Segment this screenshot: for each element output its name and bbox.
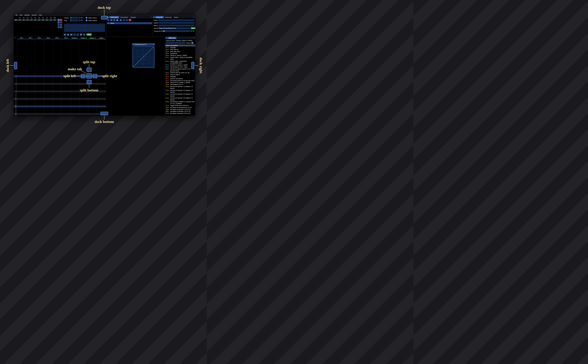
pattern-expand-button[interactable]: ++ <box>14 37 16 39</box>
pattern-cell[interactable]: ··· ·· ·· ··· <box>44 83 53 85</box>
pattern-cell[interactable]: ··· ·· ·· ··· <box>35 75 44 77</box>
effect-row[interactable]: 10xySetup LFO (x: enable; y: speed) <box>165 82 195 84</box>
split-target-right[interactable] <box>93 74 97 78</box>
pattern-cell[interactable]: ··· ·· ·· ··· <box>17 102 26 104</box>
menu-file[interactable]: file <box>14 14 19 16</box>
instrument-delete-button[interactable]: × <box>129 19 131 21</box>
pattern-row[interactable]: 12··· ·· ·· ······ ·· ·· ······ ·· ·· ··… <box>14 98 106 100</box>
pattern-cell[interactable]: ··· ·· ·· ··· <box>70 85 79 87</box>
pattern-cell[interactable]: ··· ·· ·· ··· <box>35 105 44 107</box>
pattern-cell[interactable]: ··· ·· ·· ··· <box>61 109 70 111</box>
pattern-cell[interactable]: ··· ·· ·· ··· <box>17 113 26 115</box>
pattern-cell[interactable]: ··· ·· ·· ··· <box>61 92 70 94</box>
pattern-cell[interactable]: ··· ·· ·· ··· <box>35 77 44 79</box>
pattern-cell[interactable]: ··· ·· ·· ··· <box>61 104 70 105</box>
pattern-cell[interactable]: ··· ·· ·· ··· <box>61 107 70 109</box>
pattern-cell[interactable]: ··· ·· ·· ··· <box>70 102 79 104</box>
pattern-cell[interactable]: ··· ·· ·· ··· <box>35 100 44 102</box>
order-duplicate-button[interactable] <box>58 21 60 23</box>
pattern-row[interactable]: 10··· ·· ·· ······ ·· ·· ······ ·· ·· ··… <box>14 94 106 96</box>
pattern-cell[interactable]: ··· ·· ·· ··· <box>35 92 44 94</box>
pattern-cell[interactable]: ··· ·· ·· ··· <box>79 98 88 100</box>
pattern-cell[interactable]: ··· ·· ·· ··· <box>26 83 35 85</box>
effect-row[interactable]: 03xxPortamento <box>165 52 195 55</box>
pattern-cell[interactable]: ··· ·· ·· ··· <box>70 92 79 94</box>
pattern-cell[interactable]: ··· ·· ·· ··· <box>61 100 70 102</box>
pattern-cell[interactable]: ··· ·· ·· ··· <box>97 107 106 109</box>
pattern-cell[interactable]: ··· ·· ·· ··· <box>53 96 61 98</box>
pattern-cell[interactable]: ··· ·· ·· ··· <box>44 92 53 94</box>
channel-header-fm-5[interactable]: FM 5 <box>53 37 61 39</box>
effect-row[interactable]: 06xyVolume slide + portamento (compatibi… <box>165 60 195 64</box>
effect-row[interactable]: 1BxxSet attack of operator 2 (0 to 1F) <box>165 110 195 113</box>
pattern-cell[interactable]: ··· ·· ·· ··· <box>26 81 35 83</box>
pattern-cell[interactable]: ··· ·· ·· ··· <box>70 89 79 90</box>
pattern-cell[interactable]: ··· ·· ·· ··· <box>44 75 53 77</box>
pattern-cell[interactable]: ··· ·· ·· ··· <box>17 100 26 102</box>
pattern-cell[interactable]: ··· ·· ·· ··· <box>79 107 88 109</box>
pattern-cell[interactable]: ··· ·· ·· ··· <box>61 111 70 113</box>
pattern-row[interactable]: 18··· ·· ·· ······ ·· ·· ······ ·· ·· ··… <box>14 109 106 111</box>
pattern-row[interactable]: 2··· ·· ·· ······ ·· ·· ······ ·· ·· ···… <box>14 79 106 81</box>
pattern-cell[interactable]: ··· ·· ·· ··· <box>44 102 53 104</box>
pattern-cell[interactable]: ··· ·· ·· ··· <box>26 102 35 104</box>
effect-row[interactable]: 0FxxSet speed (speed 2 if no grooves exi… <box>165 80 195 82</box>
pattern-cell[interactable]: ··· ·· ·· ··· <box>35 79 44 81</box>
pattern-cell[interactable]: ··· ·· ·· ··· <box>70 111 79 113</box>
pattern-cell[interactable]: ··· ·· ·· ··· <box>17 94 26 96</box>
instrument-move-up-button[interactable]: ↑ <box>123 19 125 21</box>
order-edit-mode-button[interactable] <box>60 26 62 28</box>
pattern-cell[interactable]: ··· ·· ·· ··· <box>53 102 61 104</box>
effect-row[interactable]: 15xxSet level of operator 4 (0 highest, … <box>165 97 195 101</box>
pattern-row[interactable]: 13··· ·· ·· ······ ·· ·· ······ ·· ·· ··… <box>14 100 106 102</box>
pattern-cell[interactable]: ··· ·· ·· ··· <box>26 89 35 90</box>
effect-row[interactable]: 04xyVibrato (x: speed; y: depth) <box>165 55 195 57</box>
channel-header-square-2[interactable]: Square 2 <box>79 37 88 39</box>
play-one-row-button[interactable] <box>70 33 73 36</box>
pattern-cell[interactable]: ··· ·· ·· ··· <box>44 87 53 89</box>
pattern-cell[interactable]: ··· ·· ·· ··· <box>70 115 79 116</box>
order-cell[interactable]: 00 <box>33 19 37 21</box>
pattern-cell[interactable]: ··· ·· ·· ··· <box>44 105 53 107</box>
pattern-cell[interactable]: ··· ·· ·· ··· <box>97 105 106 107</box>
oscilloscope-xy-window[interactable]: ▼ Oscilloscope (X-Y) × <box>132 43 155 68</box>
effect-row[interactable]: 12xxSet level of operator 1 (0 highest, … <box>165 86 195 90</box>
pattern-cell[interactable]: ··· ·· ·· ··· <box>79 85 88 87</box>
effect-row[interactable]: 1AxxSet attack of operator 1 (0 to 1F) <box>165 109 195 111</box>
tuning-input[interactable]: 440 <box>162 30 190 32</box>
effect-row[interactable]: 08xySet panning (x: left; y: right) <box>165 66 195 68</box>
effect-row[interactable]: 11xxSet feedback (0 to 7) <box>165 84 195 86</box>
pattern-cell[interactable]: ··· ·· ·· ··· <box>61 113 70 115</box>
step-increase-button[interactable]: + <box>81 20 83 21</box>
repeat-pattern-button[interactable]: ↻ <box>83 33 85 36</box>
pattern-cell[interactable]: ··· ·· ·· ··· <box>61 87 70 89</box>
pattern-cell[interactable]: ··· ·· ·· ··· <box>97 92 106 94</box>
pattern-cell[interactable]: ··· ·· ·· ··· <box>35 109 44 111</box>
pattern-cell[interactable]: ··· ·· ·· ··· <box>97 85 106 87</box>
pattern-row[interactable]: 5··· ·· ·· ······ ·· ·· ······ ·· ·· ···… <box>14 85 106 87</box>
pattern-cell[interactable]: ··· ·· ·· ··· <box>97 109 106 111</box>
pattern-cell[interactable]: ··· ·· ·· ··· <box>35 113 44 115</box>
pattern-cell[interactable]: ··· ·· ·· ··· <box>97 104 106 105</box>
pattern-cell[interactable]: ··· ·· ·· ··· <box>53 107 61 109</box>
pattern-cell[interactable]: ··· ·· ·· ··· <box>44 113 53 115</box>
pattern-cell[interactable]: ··· ·· ·· ··· <box>44 77 53 79</box>
pattern-cell[interactable]: ··· ·· ·· ··· <box>17 87 26 89</box>
pattern-cell[interactable]: ··· ·· ·· ··· <box>79 111 88 113</box>
pattern-cell[interactable]: ··· ·· ·· ··· <box>70 83 79 85</box>
effect-row[interactable]: 0BxxJump to pattern <box>165 74 195 76</box>
tuning-increase-button[interactable]: + <box>192 30 194 32</box>
pattern-cell[interactable]: ··· ·· ·· ··· <box>26 115 35 116</box>
pattern-cell[interactable]: ··· ·· ·· ··· <box>35 102 44 104</box>
pattern-cell[interactable]: ··· ·· ·· ··· <box>17 115 26 116</box>
follow-orders-checkbox[interactable]: ✓ <box>86 17 87 19</box>
pattern-cell[interactable]: ··· ·· ·· ··· <box>17 111 26 113</box>
channel-header-fm-2[interactable]: FM 2 <box>26 37 35 39</box>
pattern-cell[interactable]: ··· ·· ·· ··· <box>61 79 70 81</box>
pattern-cell[interactable]: ··· ·· ·· ··· <box>97 96 106 98</box>
pattern-cell[interactable]: ··· ·· ·· ··· <box>88 96 97 98</box>
metronome-button[interactable] <box>80 33 82 36</box>
tuning-decrease-button[interactable]: − <box>190 30 192 32</box>
collapse-arrow-icon[interactable]: ▼ <box>132 44 134 45</box>
pattern-cell[interactable]: ··· ·· ·· ··· <box>70 87 79 89</box>
